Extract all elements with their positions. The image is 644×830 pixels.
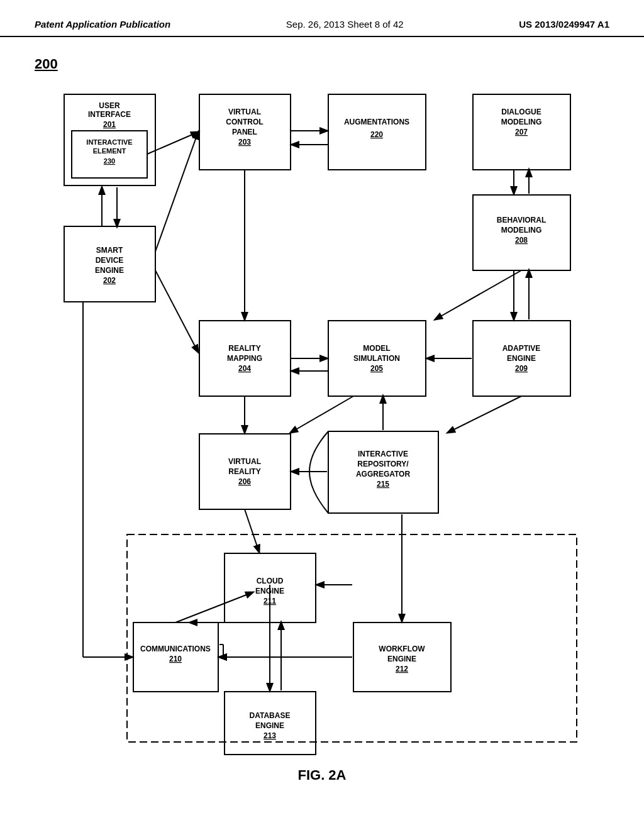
- svg-rect-50: [127, 534, 577, 742]
- svg-text:DEVICE: DEVICE: [96, 256, 124, 265]
- svg-line-95: [175, 592, 253, 622]
- svg-text:SIMULATION: SIMULATION: [353, 354, 400, 363]
- svg-text:AGGREGATOR: AGGREGATOR: [356, 470, 411, 479]
- svg-text:BEHAVIORAL: BEHAVIORAL: [497, 216, 546, 224]
- svg-text:DATABASE: DATABASE: [250, 711, 291, 720]
- svg-text:ENGINE: ENGINE: [95, 266, 124, 275]
- header-left-label: Patent Application Publication: [35, 19, 170, 30]
- patent-diagram: USER INTERFACE 201 INTERACTIVE ELEMENT 2…: [45, 82, 599, 761]
- svg-text:209: 209: [515, 364, 528, 373]
- svg-text:ENGINE: ENGINE: [507, 354, 536, 363]
- svg-line-87: [245, 509, 259, 552]
- svg-text:ADAPTIVE: ADAPTIVE: [502, 344, 541, 353]
- svg-line-78: [155, 270, 198, 352]
- diagram-figure-number: 200: [35, 56, 609, 72]
- svg-text:204: 204: [238, 364, 251, 373]
- svg-line-83: [291, 396, 353, 433]
- svg-text:MODELING: MODELING: [501, 118, 542, 126]
- svg-text:207: 207: [515, 128, 528, 136]
- svg-text:MAPPING: MAPPING: [227, 354, 262, 363]
- svg-text:215: 215: [377, 480, 389, 489]
- svg-text:PANEL: PANEL: [232, 128, 257, 136]
- svg-text:208: 208: [515, 236, 528, 245]
- diagram-container: 200 USER INTERFACE 201 INTERACTIVE ELEME…: [0, 43, 644, 796]
- svg-text:WORKFLOW: WORKFLOW: [379, 645, 425, 653]
- svg-text:206: 206: [238, 477, 251, 486]
- svg-text:202: 202: [103, 276, 116, 285]
- svg-text:MODELING: MODELING: [501, 226, 542, 235]
- svg-text:ELEMENT: ELEMENT: [93, 147, 126, 155]
- svg-text:COMMUNICATIONS: COMMUNICATIONS: [140, 645, 211, 653]
- svg-text:MODEL: MODEL: [363, 344, 390, 353]
- svg-text:ENGINE: ENGINE: [255, 721, 284, 730]
- svg-text:210: 210: [169, 655, 182, 663]
- svg-text:REPOSITORY/: REPOSITORY/: [357, 460, 409, 468]
- svg-text:INTERACTIVE: INTERACTIVE: [86, 138, 132, 146]
- svg-text:203: 203: [238, 138, 251, 147]
- svg-text:212: 212: [396, 665, 408, 673]
- svg-text:CLOUD: CLOUD: [257, 577, 284, 585]
- svg-text:220: 220: [370, 130, 383, 139]
- svg-text:VIRTUAL: VIRTUAL: [228, 457, 261, 466]
- svg-line-69: [155, 132, 198, 252]
- svg-text:USER: USER: [99, 101, 120, 110]
- svg-text:201: 201: [103, 120, 116, 129]
- svg-text:213: 213: [264, 731, 276, 740]
- svg-text:INTERFACE: INTERFACE: [88, 110, 131, 119]
- svg-text:205: 205: [370, 364, 383, 373]
- svg-text:INTERACTIVE: INTERACTIVE: [358, 450, 408, 458]
- svg-text:SMART: SMART: [96, 246, 123, 255]
- svg-line-75: [435, 270, 521, 319]
- header-right-label: US 2013/0249947 A1: [519, 19, 609, 30]
- svg-text:230: 230: [104, 157, 115, 165]
- svg-line-86: [448, 396, 521, 433]
- svg-text:DIALOGUE: DIALOGUE: [501, 108, 541, 116]
- page-header: Patent Application Publication Sep. 26, …: [0, 0, 644, 37]
- svg-text:AUGMENTATIONS: AUGMENTATIONS: [344, 118, 409, 126]
- svg-text:CONTROL: CONTROL: [226, 118, 263, 126]
- svg-text:VIRTUAL: VIRTUAL: [228, 108, 261, 116]
- svg-text:ENGINE: ENGINE: [387, 655, 416, 663]
- figure-caption: FIG. 2A: [35, 767, 609, 783]
- header-center-label: Sep. 26, 2013 Sheet 8 of 42: [286, 19, 404, 30]
- svg-text:REALITY: REALITY: [228, 467, 260, 476]
- svg-text:REALITY: REALITY: [228, 344, 260, 353]
